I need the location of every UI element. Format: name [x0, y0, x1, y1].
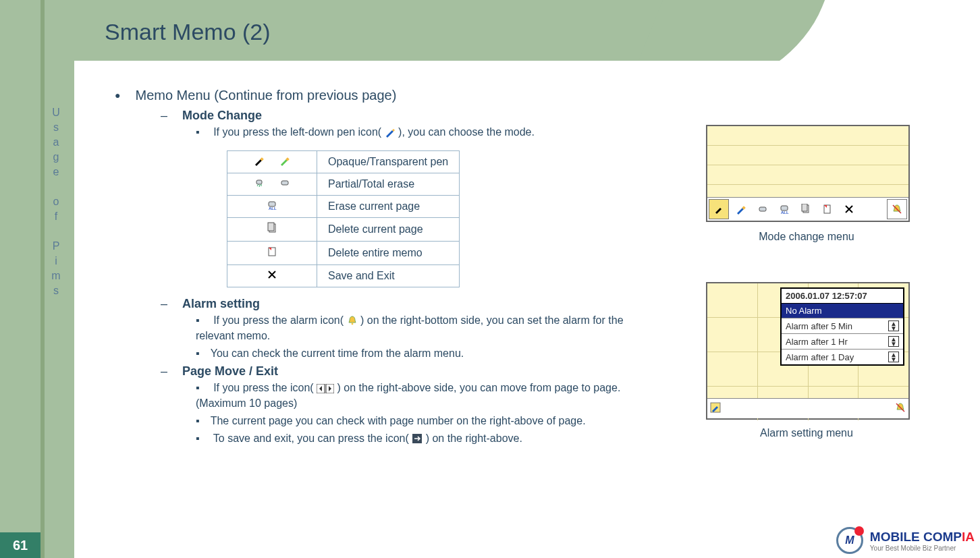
- alarm-timestamp: 2006.01.07 12:57:07: [782, 289, 903, 304]
- close-icon: [267, 271, 277, 282]
- alarm-option-no-alarm[interactable]: No Alarm: [782, 304, 903, 318]
- logo-text: MOBILE COMPIA: [870, 530, 975, 544]
- svg-point-9: [351, 323, 353, 325]
- title-swoosh: [730, 0, 980, 61]
- svg-text:ALL: ALL: [269, 206, 277, 211]
- sidebar-vertical-label: Usage of Pims: [50, 105, 62, 298]
- svg-rect-3: [281, 181, 288, 185]
- mode-change-desc: If you press the left-down pen icon( ), …: [196, 125, 661, 141]
- heading-memo-menu: Memo Menu (Continue from previous page): [115, 88, 953, 103]
- svg-rect-19: [802, 204, 807, 211]
- caption-mode-change: Mode change menu: [706, 231, 907, 243]
- transparent-pen-icon: [279, 155, 290, 169]
- table-row: Delete entire memo: [227, 242, 460, 265]
- erase-page-icon: ALL: [267, 201, 277, 213]
- caption-alarm-setting: Alarm setting menu: [706, 427, 907, 439]
- svg-rect-7: [268, 223, 274, 231]
- alarm-option-5min[interactable]: Alarm after 5 Min▲▼: [782, 318, 903, 334]
- table-row: Save and Exit: [227, 265, 460, 287]
- opaque-pen-icon: [254, 155, 265, 169]
- toolbar-erase-all-icon[interactable]: ALL: [775, 200, 794, 219]
- page-title: Smart Memo (2): [105, 19, 271, 45]
- svg-rect-4: [269, 202, 275, 206]
- bell-icon: [347, 315, 358, 329]
- exit-icon: [412, 433, 423, 447]
- toolbar-close-icon[interactable]: [840, 200, 859, 219]
- logo-tagline: Your Best Mobile Biz Partner: [870, 545, 975, 552]
- table-row: ALL Erase current page: [227, 196, 460, 218]
- page-move-desc-2: The current page you can check with page…: [196, 414, 661, 428]
- mode-table: Opaque/Transparent pen Partial/Total era…: [227, 150, 460, 287]
- alarm-desc-1: If you press the alarm icon( ) on the ri…: [196, 314, 661, 343]
- content-area: Memo Menu (Continue from previous page) …: [74, 61, 980, 558]
- svg-rect-15: [759, 207, 766, 211]
- logo-badge-icon: M: [836, 527, 863, 554]
- left-sidebar-band: [0, 0, 74, 558]
- toolbar-delete-memo-icon[interactable]: [818, 200, 837, 219]
- alarm-option-1hr[interactable]: Alarm after 1 Hr▲▼: [782, 334, 903, 350]
- alarm-off-icon[interactable]: [895, 402, 906, 416]
- svg-rect-16: [781, 206, 788, 211]
- toolbar-erase-partial-icon[interactable]: [753, 200, 772, 219]
- partial-erase-icon: [254, 177, 265, 191]
- subhead-mode-change: Mode Change: [161, 109, 953, 123]
- table-row: Delete current page: [227, 218, 460, 242]
- toolbar-alarm-icon[interactable]: [887, 199, 907, 219]
- mode-change-screenshot: ALL: [706, 125, 910, 222]
- table-row: Partial/Total erase: [227, 173, 460, 196]
- toolbar-pen-opaque-icon[interactable]: [709, 199, 729, 219]
- spinner-icon[interactable]: ▲▼: [888, 336, 899, 347]
- svg-rect-20: [824, 205, 830, 213]
- svg-text:ALL: ALL: [781, 211, 789, 215]
- total-erase-icon: [279, 177, 290, 191]
- page-number: 61: [0, 532, 40, 558]
- alarm-option-1day[interactable]: Alarm after 1 Day▲▼: [782, 350, 903, 364]
- toolbar-delete-page-icon[interactable]: [796, 200, 815, 219]
- page-move-desc-1: If you press the icon( ) on the right-ab…: [196, 381, 661, 410]
- alarm-setting-screenshot: 2006.01.07 12:57:07 No Alarm Alarm after…: [706, 282, 910, 420]
- edit-pen-icon[interactable]: [710, 402, 721, 416]
- page-move-desc-3: To save and exit, you can press the icon…: [196, 432, 661, 447]
- spinner-icon[interactable]: ▲▼: [888, 320, 899, 331]
- sidebar-divider: [40, 0, 45, 558]
- alarm-popup: 2006.01.07 12:57:07 No Alarm Alarm after…: [780, 287, 904, 366]
- alarm-desc-2: You can check the current time from the …: [196, 347, 661, 360]
- delete-page-icon: [266, 225, 278, 236]
- toolbar-pen-transparent-icon[interactable]: [732, 200, 751, 219]
- spinner-icon[interactable]: ▲▼: [888, 352, 899, 362]
- delete-memo-icon: [266, 248, 278, 260]
- svg-rect-2: [256, 180, 262, 184]
- footer-logo: M MOBILE COMPIA Your Best Mobile Biz Par…: [836, 527, 975, 554]
- page-nav-icon: [317, 383, 334, 397]
- pen-icon: [385, 127, 396, 141]
- table-row: Opaque/Transparent pen: [227, 151, 460, 173]
- svg-rect-8: [269, 248, 275, 256]
